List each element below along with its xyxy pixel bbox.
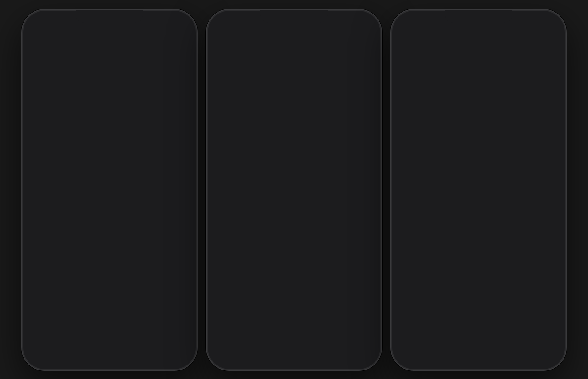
tab-bar-1: ⊞ Library ♡ For You ♪ Browse ◉ Radio 🔍 bbox=[26, 344, 193, 366]
hp-thumb-text-1: HARRY POTTER bbox=[31, 322, 49, 340]
dance-xl-card[interactable]: XL ♪ MUSIC danceXL Apple Music Dance bbox=[294, 63, 365, 148]
tab-library-1[interactable]: ⊞ Library bbox=[26, 347, 59, 364]
play-button-3[interactable]: ▶ bbox=[536, 326, 542, 336]
library-icon-3: ⊞ bbox=[408, 347, 416, 358]
now-playing-bar-2[interactable]: HARRY POTTER Edge of the Forest ▶ ⏭ bbox=[210, 317, 378, 344]
usa-card-img: TOP 100UNITED STATESOF AMERICA ♪ MUSIC 1… bbox=[106, 197, 173, 264]
hero-small-thumb bbox=[173, 93, 190, 109]
play-button-1[interactable]: ▶ bbox=[167, 326, 173, 336]
phone-screen-3: 9:22 ▐▐▐ ▲ ▓▓▓ Browse Hot Tracks See All bbox=[395, 14, 562, 366]
tab-browse-1[interactable]: ♪ Browse bbox=[93, 347, 126, 364]
just-updated-title: Just Updated bbox=[218, 259, 370, 269]
artist-1: Sara Bareilles bbox=[35, 75, 184, 83]
dance-xl-text: XL bbox=[318, 89, 341, 109]
hero-figure bbox=[76, 93, 143, 173]
weekend-see-all[interactable]: See All bbox=[351, 50, 370, 57]
pink-img: ♪ MUSIC bbox=[294, 168, 365, 240]
now-playing-bar-3[interactable]: HARRY POTTER Edge of the Forest ▶ ⏭ bbox=[395, 317, 562, 344]
library-icon-2: ⊞ bbox=[223, 347, 231, 358]
track-artist-2: PnB Rock bbox=[427, 132, 545, 138]
now-playing-bar-1[interactable]: HARRY POTTER Edge of the Forest ▶ ⏭ bbox=[26, 317, 193, 344]
sara-thumb bbox=[402, 66, 422, 86]
tab-radio-1[interactable]: ◉ Radio bbox=[126, 347, 160, 364]
status-icons-2: ▐▐▐ ▲ ▓▓▓ bbox=[336, 25, 367, 31]
new-music-grid: NAV BADHABITS EXPLICIT CONTENT Bad Habit… bbox=[402, 195, 555, 276]
wifi-icon-1: ▲ bbox=[164, 25, 169, 31]
search-label-1: Search bbox=[169, 359, 184, 364]
track-item-2[interactable]: I Like Girls (feat. Lil Skies) E PnB Roc… bbox=[402, 118, 555, 146]
tab-radio-3[interactable]: ◉ Radio bbox=[495, 347, 529, 364]
track-add-3[interactable]: + bbox=[549, 153, 555, 165]
tab-library-3[interactable]: ⊞ Library bbox=[395, 347, 428, 364]
usa-card-title: Top 100: USA bbox=[106, 266, 173, 273]
foryou-icon-3: ♡ bbox=[441, 347, 449, 358]
cardi-card[interactable]: ♪ MUSIC Cardi B: Visionary Women Apple M… bbox=[218, 168, 289, 253]
tab-library-2[interactable]: ⊞ Library bbox=[210, 347, 244, 364]
track-item-1[interactable]: Te Robaré Nicky Jam & Ozuna + bbox=[402, 90, 555, 118]
track-name-3: Tempo (feat. Missy Elliott) E bbox=[427, 152, 545, 160]
main-scroll-2: Weekend Warrior See All IT'S LIT!!! ♪ MU… bbox=[210, 48, 378, 328]
track-add-1[interactable]: + bbox=[549, 98, 555, 110]
battery-icon-1: ▓▓▓ bbox=[171, 25, 182, 31]
track-add-2[interactable]: + bbox=[549, 126, 555, 137]
tab-search-3[interactable]: 🔍 Search bbox=[529, 347, 562, 364]
global-circles bbox=[75, 246, 98, 261]
browse-icon-3: ♪ bbox=[476, 347, 481, 358]
new-music-see-all[interactable]: See All bbox=[535, 182, 555, 190]
battery-icon-3: ▓▓▓ bbox=[541, 25, 551, 31]
tab-bar-2: ⊞ Library ♡ For You ♪ Browse ◉ Radio 🔍 bbox=[210, 344, 378, 366]
foryou-label-1: For You bbox=[68, 359, 84, 364]
hero-cta: Add this album to your library now. bbox=[31, 167, 114, 173]
its-lit-card[interactable]: IT'S LIT!!! ♪ MUSIC It's Lit!!! Apple Mu… bbox=[218, 63, 289, 148]
tab-search-2[interactable]: 🔍 Search bbox=[344, 347, 378, 364]
phone-1: 9:20 ▐▐▐ ▲ ▓▓▓ Browse UPCOMING ALBUM: AD… bbox=[21, 9, 198, 371]
radio-icon-2: ◉ bbox=[324, 347, 332, 358]
status-time-3: 9:22 bbox=[406, 23, 419, 31]
tab-foryou-2[interactable]: ♡ For You bbox=[244, 347, 277, 364]
tab-browse-3[interactable]: ♪ Browse bbox=[462, 347, 495, 364]
pink-card[interactable]: ♪ MUSIC P!NK: Visionary Women Apple Musi… bbox=[294, 168, 365, 253]
daily-card-global[interactable]: TOP 100GLOBAL ♪ MUSIC 100 Top 100: Globa… bbox=[35, 197, 102, 273]
tab-radio-2[interactable]: ◉ Radio bbox=[311, 347, 344, 364]
hero-image-1[interactable]: Add this album to your library now. bbox=[26, 89, 193, 177]
track-item-0[interactable]: Saint Honesty Sara Bareilles bbox=[402, 63, 555, 90]
track-item-3[interactable]: Tempo (feat. Missy Elliott) E Lizzo + bbox=[402, 146, 555, 173]
bad-habits-card[interactable]: NAV BADHABITS EXPLICIT CONTENT Bad Habit… bbox=[402, 195, 469, 276]
skip-button-2[interactable]: ⏭ bbox=[364, 326, 372, 336]
pink-sub: Apple Music Pop bbox=[294, 248, 365, 253]
tab-foryou-1[interactable]: ♡ For You bbox=[59, 347, 93, 364]
world-yours-card[interactable]: THE WORLDIS YOURS 2 The World Is Yours 2… bbox=[474, 195, 541, 276]
now-playing-thumb-3: HARRY POTTER bbox=[400, 322, 418, 340]
daily-section-header: Daily Top 100 See All bbox=[35, 182, 184, 193]
dean-name-text: DEAN LEWIS bbox=[406, 284, 434, 289]
track-list: Saint Honesty Sara Bareilles Te Robaré N… bbox=[402, 63, 555, 173]
play-button-2[interactable]: ▶ bbox=[351, 326, 358, 336]
daily-see-all[interactable]: See All bbox=[164, 184, 184, 191]
track-artist-1: Nicky Jam & Ozuna bbox=[427, 104, 545, 111]
track-info-1: Te Robaré Nicky Jam & Ozuna bbox=[427, 97, 545, 111]
wifi-icon-2: ▲ bbox=[349, 25, 354, 31]
global-card-title: Top 100: Global bbox=[35, 266, 102, 273]
track-artist-3: Lizzo bbox=[427, 160, 545, 166]
pnb-thumb bbox=[402, 122, 422, 142]
skip-button-1[interactable]: ⏭ bbox=[180, 326, 188, 336]
now-playing-controls-3: ▶ ⏭ bbox=[536, 326, 557, 336]
world-text: THE WORLDIS YOURS 2 bbox=[490, 219, 524, 239]
tab-search-1[interactable]: 🔍 Search bbox=[160, 347, 193, 364]
pink-apple-badge: ♪ MUSIC bbox=[344, 171, 362, 176]
tab-foryou-3[interactable]: ♡ For You bbox=[428, 347, 462, 364]
daily-card-usa[interactable]: TOP 100UNITED STATESOF AMERICA ♪ MUSIC 1… bbox=[106, 197, 173, 273]
dance-xl-img: XL ♪ MUSIC bbox=[294, 63, 365, 134]
bad-habits-artist: NAV bbox=[402, 270, 469, 276]
library-label-3: Library bbox=[405, 359, 419, 364]
status-bar-3: 9:22 ▐▐▐ ▲ ▓▓▓ bbox=[395, 14, 562, 33]
radio-icon-3: ◉ bbox=[508, 347, 516, 358]
hot-tracks-see-all[interactable]: See All bbox=[535, 50, 555, 57]
skip-button-3[interactable]: ⏭ bbox=[549, 326, 557, 336]
bad-habits-name: Bad Habits E bbox=[402, 264, 469, 270]
track-info-3: Tempo (feat. Missy Elliott) E Lizzo bbox=[427, 152, 545, 166]
browse-icon-2: ♪ bbox=[292, 347, 296, 358]
tab-browse-2[interactable]: ♪ Browse bbox=[277, 347, 311, 364]
status-icons-1: ▐▐▐ ▲ ▓▓▓ bbox=[152, 25, 182, 31]
cardi-img: ♪ MUSIC bbox=[218, 168, 289, 240]
